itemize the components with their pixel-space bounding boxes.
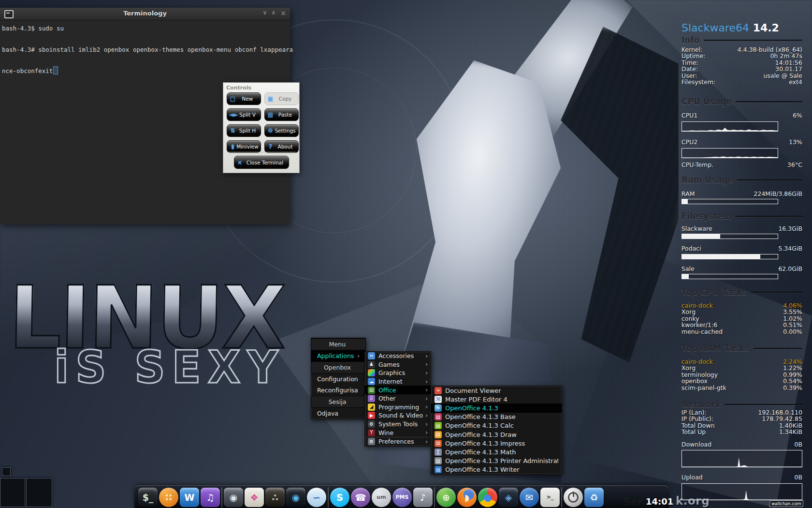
terminal-line: nce-obconfexit <box>2 67 53 75</box>
dock-separator[interactable] <box>221 487 222 508</box>
upload-row: Upload0B <box>682 474 802 480</box>
settings-button[interactable]: ⚙ Settings <box>264 124 299 137</box>
menu-item-system-tools[interactable]: ⚙ System Tools › <box>365 420 431 429</box>
window-shade-icon[interactable]: ∨ <box>261 9 269 16</box>
dock-globe-icon[interactable]: ⊕ <box>436 488 456 507</box>
dock-pms-app-icon[interactable]: PMS <box>392 488 412 507</box>
menu-item-openoffice-base[interactable]: ▤ OpenOffice 4.1.3 Base <box>431 413 562 421</box>
dock-firefox-icon[interactable]: ◗ <box>457 488 477 507</box>
dock-clock: 14:01 <box>646 496 673 507</box>
window-unshade-icon[interactable]: ∧ <box>270 9 277 16</box>
menu-header-sesija[interactable]: Sesija <box>311 396 365 408</box>
cpu1-graph <box>682 121 778 132</box>
dock-dark-app-icon[interactable]: ◈ <box>499 488 518 507</box>
menu-item-graphics[interactable]: Graphics › <box>365 369 431 377</box>
ram-bar <box>682 199 778 204</box>
menu-item-openoffice-draw[interactable]: ▤ OpenOffice 4.1.3 Draw <box>431 430 562 439</box>
app-icon: ▤ <box>435 440 442 447</box>
distro-version: 14.2 <box>753 22 779 34</box>
menu-item-openoffice-impress[interactable]: ▤ OpenOffice 4.1.3 Impress <box>431 439 562 448</box>
menu-item-openoffice[interactable]: ≈ OpenOffice 4.1.3 <box>431 403 562 412</box>
dock-power-icon[interactable] <box>564 488 583 507</box>
menu-item-programming[interactable]: ◢ Programming › <box>365 403 431 412</box>
menu-item-applications[interactable]: Applications › <box>311 350 365 361</box>
menu-item-wine[interactable]: Y Wine › <box>365 428 431 437</box>
close-icon: × <box>236 159 244 166</box>
menu-item-openoffice-writer[interactable]: ▤ OpenOffice 4.1.3 Writer <box>431 465 562 474</box>
window-close-icon[interactable]: × <box>279 9 287 17</box>
new-button[interactable]: □ New <box>227 92 261 105</box>
network-row: IP (Lan):192.168.0.110 <box>682 409 802 416</box>
menu-item-openoffice-printer-admin[interactable]: ▤ OpenOffice 4.1.3 Printer Administratio… <box>431 457 562 465</box>
menu-item-document-viewer[interactable]: ∞ Document Viewer <box>431 386 562 395</box>
terminal-line: bash-4.3# sboinstall imlib2 openbox open… <box>2 46 293 53</box>
controls-footer: × Close Terminal <box>227 152 296 169</box>
dock-media-player-icon[interactable]: W <box>180 488 199 507</box>
upload-graph <box>682 483 802 500</box>
conky-info-rows: Kernel:4.4.38-build (x86_64) Uptime:0h 2… <box>682 46 802 85</box>
app-icon: ▤ <box>435 422 442 429</box>
dock-skype-icon[interactable]: S <box>330 488 349 507</box>
dock-separator[interactable] <box>328 487 329 508</box>
conky-network-header: Network <box>682 400 802 409</box>
dock-viber-icon[interactable]: ☎ <box>351 488 370 507</box>
dock-chrome-icon[interactable]: ● <box>478 488 497 507</box>
top-ram-row: openbox0.54% <box>682 378 802 384</box>
terminal-line: bash-4.3$ sudo su <box>2 25 64 32</box>
menu-item-accessories[interactable]: ✂ Accessories › <box>365 352 431 360</box>
terminology-controls-panel: Controls □ New ▣ Copy ◄► Split V ▤ Paste… <box>223 82 300 173</box>
desktop-preview-thumbnail[interactable] <box>0 478 25 507</box>
category-icon: ♟ <box>368 361 375 368</box>
paste-button[interactable]: ▤ Paste <box>264 108 299 121</box>
dock-terminal-icon[interactable]: $_ <box>138 488 158 507</box>
info-row: Time:14:01:56 <box>682 60 802 66</box>
category-icon: ⚙ <box>368 420 375 428</box>
menu-item-openoffice-calc[interactable]: ▤ OpenOffice 4.1.3 Calc <box>431 421 562 430</box>
copy-button[interactable]: ▣ Copy <box>264 92 299 105</box>
dock-camera-icon[interactable]: ◉ <box>224 488 243 507</box>
menu-item-odjava[interactable]: Odjava <box>311 408 365 419</box>
dock-terminal2-icon[interactable]: >_ <box>540 488 560 507</box>
conky-ram-header: Ram Usage <box>682 175 802 185</box>
split-v-button[interactable]: ◄► Split V <box>227 108 261 121</box>
menu-title[interactable]: Menu <box>311 338 365 350</box>
category-icon: Y <box>368 429 375 436</box>
menu-header-openbox[interactable]: Openbox <box>311 361 365 374</box>
terminal-titlebar[interactable]: Terminology ∨ ∧ × <box>0 8 290 20</box>
dock-separator[interactable] <box>561 487 562 508</box>
menu-item-games[interactable]: ♟ Games › <box>365 360 431 369</box>
split-h-button[interactable]: ⇅ Split H <box>227 124 261 137</box>
dock-recycle-icon[interactable]: ♻ <box>584 488 604 507</box>
dock-volume-icon[interactable]: ♪ <box>413 488 433 507</box>
dock-eye-app-icon[interactable]: ◉ <box>286 488 305 507</box>
about-button[interactable]: ? About <box>264 140 299 153</box>
dock-paw-app-icon[interactable]: ∴ <box>265 488 285 507</box>
close-terminal-button[interactable]: × Close Terminal <box>234 156 289 169</box>
dock-bird-app-icon[interactable]: ∽ <box>307 488 326 507</box>
dock-thunderbird-icon[interactable]: ✉ <box>520 488 539 507</box>
button-icon: ▣ <box>267 95 274 102</box>
menu-item-sound-video[interactable]: ▶ Sound & Video › <box>365 411 431 420</box>
menu-item-internet[interactable]: ☁ Internet › <box>365 377 431 386</box>
menu-item-openoffice-math[interactable]: ∑ OpenOffice 4.1.3 Math <box>431 448 562 456</box>
menu-item-office[interactable]: ▤ Office › <box>365 386 431 394</box>
miniview-button[interactable]: ▮ Miniview <box>227 140 261 153</box>
button-icon: ? <box>267 143 274 150</box>
dock-separator[interactable] <box>434 487 435 508</box>
top-ram-row: cairo-dock2.24% <box>682 359 802 365</box>
top-cpu-row: conky1.02% <box>682 315 802 322</box>
submenu-arrow-icon: › <box>357 353 360 359</box>
button-icon: ▮ <box>229 143 236 150</box>
app-icon: ∞ <box>435 387 442 394</box>
menu-item-master-pdf-editor[interactable]: ℳ Master PDF Editor 4 <box>431 395 562 403</box>
dock-music-app-icon[interactable]: ♫ <box>201 488 220 507</box>
menu-item-configuration[interactable]: Configuration <box>311 374 365 385</box>
dock-orange-app-icon[interactable]: ∷ <box>159 488 178 507</box>
menu-item-other[interactable]: ⠿ Other › <box>365 394 431 403</box>
dock-photo-app-icon[interactable]: ❖ <box>245 488 264 507</box>
desktop-preview-thumbnail[interactable] <box>26 478 52 507</box>
menu-item-preferences[interactable]: ⚙ Preferences › <box>365 437 431 446</box>
tray-mini-icon[interactable] <box>2 467 11 476</box>
dock-um-player-icon[interactable]: um <box>372 488 391 507</box>
menu-item-reconfigurisanje[interactable]: Reconfigurisanje <box>311 385 365 396</box>
